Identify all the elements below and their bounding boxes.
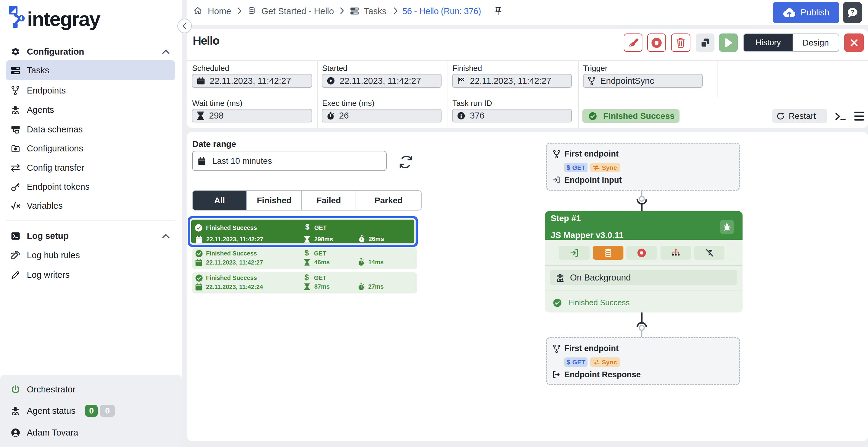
svg-text:?: ? bbox=[850, 8, 855, 16]
